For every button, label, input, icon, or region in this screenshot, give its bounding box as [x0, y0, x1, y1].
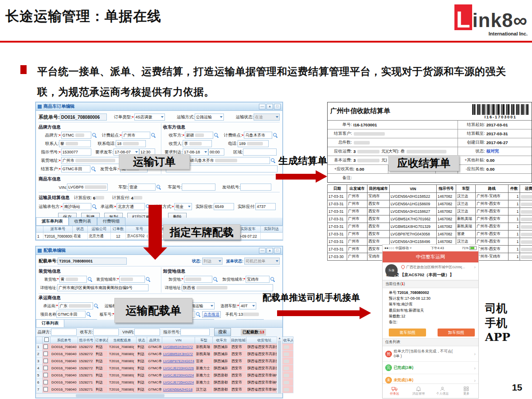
- magnifier-icon[interactable]: [88, 277, 93, 282]
- order-row[interactable]: 7 DO016_7080401528271到达 T2016_708080(到达G…: [36, 386, 293, 393]
- nav-messages[interactable]: 消息管理: [407, 384, 430, 398]
- completed-item[interactable]: 完 已完成(2单) ›: [383, 362, 478, 374]
- magnifier-icon[interactable]: [94, 304, 99, 309]
- magnifier-icon[interactable]: [213, 277, 218, 282]
- order-type-select[interactable]: 4S店调拨: [134, 113, 165, 121]
- vin-input[interactable]: LVGBP8: [67, 184, 108, 191]
- magnifier-icon[interactable]: [91, 167, 96, 172]
- magnifier-icon[interactable]: [92, 204, 97, 209]
- unload-photo-button[interactable]: 卸车拍照: [438, 329, 475, 336]
- push-to-driver-link[interactable]: 点击推送: [202, 311, 221, 318]
- tab-order-list[interactable]: 订单列表: [36, 319, 64, 327]
- nav-profile[interactable]: 个人信息: [430, 384, 454, 398]
- actual-receivable-input[interactable]: 6549: [214, 203, 234, 210]
- magnifier-icon[interactable]: [214, 133, 219, 138]
- row-checkbox[interactable]: [43, 344, 48, 349]
- unload-detail-input[interactable]: 陕西省: [182, 284, 273, 291]
- tab-dispatch-list[interactable]: 派车单列表: [36, 217, 69, 225]
- vin-link[interactable]: LVGEN56A2HG18: [162, 386, 195, 393]
- row-checkbox[interactable]: [43, 380, 48, 384]
- magnifier-icon[interactable]: [156, 185, 161, 190]
- vin-link[interactable]: LVGBM51K3HG72: [162, 351, 195, 358]
- brand-input[interactable]: GTMC: [61, 132, 91, 139]
- grab-hall-item[interactable]: 抢 抢单大厅(当前任务未完成，不可点(0单 ) ›: [383, 346, 478, 362]
- transport-mode-select[interactable]: 公路运输: [195, 113, 224, 121]
- row-checkbox[interactable]: [43, 387, 48, 391]
- arrive-time-input[interactable]: 00:00: [208, 149, 224, 156]
- magnifier-icon[interactable]: [270, 277, 275, 282]
- minimize-button[interactable]: —: [259, 104, 266, 110]
- row-checkbox[interactable]: [43, 359, 48, 363]
- transport-status-select[interactable]: 在途: [254, 113, 280, 121]
- pay-type-select[interactable]: 现金: [174, 203, 192, 210]
- fee-start-input[interactable]: 广州市: [122, 132, 150, 139]
- minimize-button[interactable]: —: [259, 248, 266, 254]
- unload-place-input[interactable]: [184, 276, 212, 283]
- vin-link[interactable]: LVGBM51K0HG72: [162, 344, 195, 351]
- horizontal-scrollbar[interactable]: [36, 393, 282, 398]
- contractor-input[interactable]: 南沙场站: [63, 203, 91, 210]
- contact-input[interactable]: 黎: [59, 140, 91, 147]
- dispatch-status-select[interactable]: 司机已抢单: [244, 258, 280, 265]
- vertical-scrollbar[interactable]: ▲▼: [277, 336, 282, 398]
- frame-no-input[interactable]: [182, 184, 215, 191]
- maximize-button[interactable]: ▴: [266, 104, 273, 110]
- vin-link[interactable]: LVGBP87E2HG074: [162, 358, 195, 365]
- engine-no-input[interactable]: [240, 184, 271, 191]
- search-button[interactable]: 搜索: [214, 328, 231, 336]
- unload-city-input[interactable]: 宝鸡市: [246, 276, 270, 283]
- close-button[interactable]: □: [274, 248, 281, 254]
- settle-customer-input[interactable]: GTMC丰田: [61, 165, 90, 172]
- magnifier-icon[interactable]: [273, 133, 278, 138]
- select-all-checkbox[interactable]: [44, 337, 49, 342]
- filter-receiver-input[interactable]: [93, 329, 119, 336]
- actual-payable-input[interactable]: 4737: [255, 203, 276, 210]
- sysno-value[interactable]: DO016_708080006: [60, 113, 107, 121]
- receiver-input[interactable]: 新疆: [185, 132, 213, 139]
- row-checkbox[interactable]: [43, 366, 48, 370]
- tab-charge-list[interactable]: 收费列表: [69, 217, 97, 225]
- model-input[interactable]: 雷凌: [128, 184, 156, 191]
- truck-type-select[interactable]: 40T: [239, 302, 256, 309]
- load-detail-input[interactable]: 广州市南沙区黄阁镇市南路黄阁段自编9号: [57, 284, 149, 291]
- order-row[interactable]: 6 DO016_7080401528271到达 T2016_708080(到达G…: [36, 379, 293, 386]
- filter-vin-input[interactable]: [134, 329, 160, 336]
- receive-address-input[interactable]: 新疆乌鲁木齐市: [185, 157, 270, 164]
- load-city-input[interactable]: [119, 276, 145, 283]
- vin-link[interactable]: LVGCJE230HG224: [162, 372, 195, 379]
- magnifier-icon[interactable]: [151, 133, 156, 138]
- magnifier-icon[interactable]: [146, 277, 151, 282]
- instruction-no-input[interactable]: 1530077: [61, 149, 91, 156]
- magnifier-icon[interactable]: [196, 312, 201, 317]
- close-button[interactable]: □: [274, 104, 281, 110]
- maximize-button[interactable]: ▴: [266, 248, 273, 254]
- carrier-input[interactable]: 北京方通: [117, 203, 145, 210]
- nav-more[interactable]: 更多: [454, 384, 478, 398]
- order-row[interactable]: 4 DO016_7080401528272到达 T2016_708080(到达G…: [36, 365, 293, 372]
- magnifier-icon[interactable]: [86, 312, 91, 317]
- row-checkbox[interactable]: [43, 352, 48, 356]
- load-no-value[interactable]: T2016_708080001: [58, 258, 127, 265]
- order-row[interactable]: 1 DO016_7080401528272到达 T2016_708080(到达G…: [36, 344, 293, 351]
- carrier-input[interactable]: 广东: [59, 302, 93, 309]
- vin-link[interactable]: LVGCJE233HG226: [162, 365, 195, 372]
- consignee-tel-input[interactable]: 189: [238, 140, 269, 147]
- nav-task-area[interactable]: 任务区: [383, 384, 407, 398]
- order-row[interactable]: 3 DO016_7080401528272到达 T2016_708080(到达G…: [36, 358, 293, 365]
- load-status-select[interactable]: 到达: [202, 258, 223, 265]
- tab-pay-detail[interactable]: 付费明细: [97, 217, 125, 225]
- order-row[interactable]: 2 DO016_7080401528272到达 T2016_708080(到达G…: [36, 351, 293, 358]
- contact-phone-input[interactable]: 18: [116, 140, 146, 147]
- consignee-input[interactable]: 李: [183, 140, 212, 147]
- load-place-input[interactable]: 黄: [59, 276, 87, 283]
- project-input[interactable]: GTMC丰田: [56, 311, 86, 318]
- order-row[interactable]: 5 DO016_7080401528271到达 T2016_708080(到达G…: [36, 372, 293, 379]
- magnifier-icon[interactable]: [271, 158, 276, 163]
- row-checkbox[interactable]: [43, 373, 48, 377]
- area-input[interactable]: [243, 149, 277, 156]
- vin-link[interactable]: LVGCJE735HG224: [162, 379, 195, 386]
- driver-profile[interactable]: 头像 广西壮族自治区柳州市城中区G209(... › 蒋鑫荣 【京ACS702（…: [383, 262, 478, 280]
- filter-brand-input[interactable]: [51, 329, 77, 336]
- filter-instr-input[interactable]: [180, 329, 210, 336]
- magnifier-icon[interactable]: [92, 133, 97, 138]
